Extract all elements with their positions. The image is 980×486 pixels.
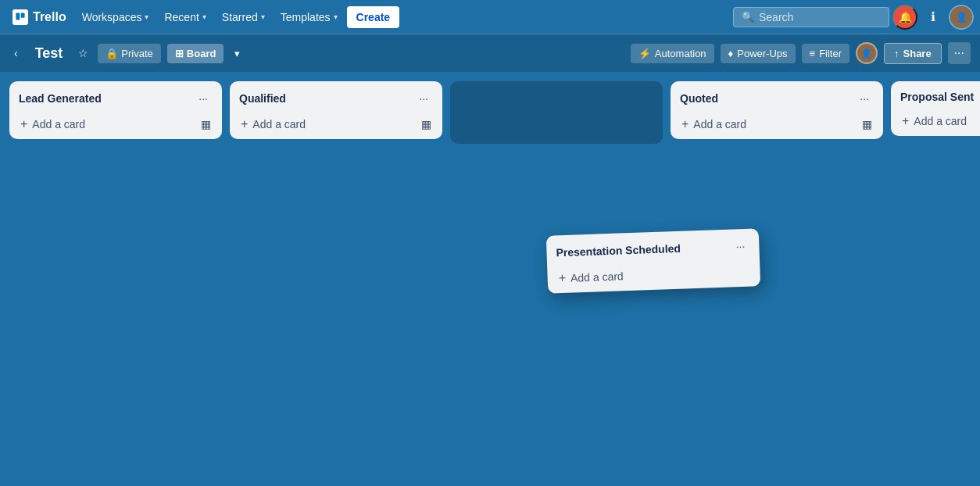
template-icon: ▦ — [201, 118, 211, 130]
board-view-button[interactable]: ⊞ Board — [167, 44, 224, 63]
search-label: Search — [759, 11, 793, 23]
add-card-button[interactable]: + Add a card — [16, 113, 196, 136]
floating-list-presentation-scheduled: Presentation Scheduled ··· + Add a card — [546, 228, 760, 293]
chevron-down-icon: ▾ — [202, 13, 206, 21]
list-title: Qualified — [239, 92, 414, 105]
trello-wordmark: Trello — [33, 10, 66, 24]
list-header: Proposal Sent — [897, 88, 980, 109]
list-header: Quoted ··· — [677, 88, 877, 113]
chevron-down-icon: ▾ — [261, 13, 265, 21]
board-member-avatar[interactable]: 👤 — [856, 42, 878, 64]
list-title: Proposal Sent — [900, 91, 980, 103]
template-icon: ▦ — [421, 118, 431, 130]
create-card-template-button[interactable]: ▦ — [857, 113, 877, 135]
bell-icon: 🔔 — [899, 11, 912, 23]
board-header: ‹ Test ☆ 🔒 Private ⊞ Board ▾ ⚡ Automatio… — [0, 34, 980, 72]
more-options-button[interactable]: ··· — [948, 42, 971, 64]
star-button[interactable]: ☆ — [75, 44, 91, 63]
list-menu-button[interactable]: ··· — [414, 91, 433, 106]
create-card-template-button[interactable]: ▦ — [417, 113, 436, 135]
notifications-button[interactable]: 🔔 — [892, 5, 917, 30]
list-title: Lead Generated — [19, 92, 194, 105]
add-card-button[interactable]: + Add a card — [677, 113, 857, 136]
power-ups-label: Power-Ups — [737, 48, 787, 59]
user-avatar[interactable]: 👤 — [949, 5, 974, 30]
plus-icon: + — [241, 117, 248, 131]
list-title: Quoted — [680, 92, 855, 105]
filter-icon: ≡ — [810, 48, 816, 59]
visibility-button[interactable]: 🔒 Private — [98, 44, 160, 63]
lightning-icon: ⚡ — [638, 48, 651, 59]
chevron-down-icon: ▾ — [234, 48, 240, 59]
list-menu-button[interactable]: ··· — [855, 91, 874, 106]
add-card-button[interactable]: + Add a card — [897, 109, 980, 133]
board-view-icon: ⊞ — [175, 48, 184, 59]
add-card-button[interactable]: + Add a card — [236, 113, 417, 136]
plus-icon: + — [902, 114, 909, 128]
add-card-label: Add a card — [32, 118, 85, 130]
add-card-label: Add a card — [914, 115, 967, 127]
list-lead-generated: Lead Generated ··· + Add a card ▦ — [9, 81, 222, 139]
more-icon: ··· — [954, 46, 964, 59]
chevron-down-icon: ▾ — [145, 13, 148, 21]
automation-label: Automation — [655, 48, 706, 59]
create-card-template-button[interactable]: ▦ — [196, 113, 216, 135]
plus-icon: + — [558, 271, 566, 285]
back-icon: ‹ — [14, 47, 18, 59]
list-menu-button[interactable]: ··· — [194, 91, 213, 106]
starred-menu[interactable]: Starred ▾ — [216, 6, 271, 28]
share-label: Share — [903, 48, 932, 59]
info-button[interactable]: ℹ — [921, 5, 946, 30]
list-header: Qualified ··· — [236, 88, 436, 113]
list-title: Presentation Scheduled — [556, 241, 731, 259]
templates-menu[interactable]: Templates ▾ — [274, 6, 344, 28]
list-header: Lead Generated ··· — [16, 88, 216, 113]
svg-rect-1 — [21, 13, 25, 17]
share-button[interactable]: ↑ Share — [884, 43, 942, 64]
board-view-label: Board — [187, 48, 216, 59]
create-button[interactable]: Create — [347, 6, 400, 28]
search-icon: 🔍 — [742, 11, 754, 23]
recent-menu[interactable]: Recent ▾ — [158, 6, 212, 28]
power-ups-button[interactable]: ♦ Power-Ups — [721, 44, 796, 63]
back-button[interactable]: ‹ — [9, 44, 23, 63]
search-box[interactable]: 🔍 Search — [733, 7, 889, 27]
template-icon: ▦ — [862, 118, 872, 130]
add-card-label: Add a card — [252, 118, 306, 130]
board-title[interactable]: Test — [29, 42, 70, 65]
plus-icon: + — [681, 117, 689, 131]
top-nav: Trello Workspaces ▾ Recent ▾ Starred ▾ T… — [0, 0, 980, 34]
svg-rect-0 — [16, 13, 20, 20]
workspaces-menu[interactable]: Workspaces ▾ — [76, 6, 156, 28]
filter-button[interactable]: ≡ Filter — [802, 44, 849, 63]
view-options-button[interactable]: ▾ — [230, 45, 245, 63]
info-icon: ℹ — [931, 9, 935, 24]
chevron-down-icon: ▾ — [334, 13, 338, 21]
filter-label: Filter — [819, 48, 842, 59]
list-qualified: Qualified ··· + Add a card ▦ — [230, 81, 442, 139]
list-quoted: Quoted ··· + Add a card ▦ — [671, 81, 883, 139]
star-icon: ☆ — [78, 47, 88, 59]
list-menu-button[interactable]: ··· — [731, 238, 749, 255]
share-icon: ↑ — [894, 48, 900, 59]
plus-icon: + — [20, 117, 27, 131]
power-ups-icon: ♦ — [728, 48, 734, 59]
trello-logo[interactable]: Trello — [6, 6, 73, 28]
avatar-image: 👤 — [950, 6, 972, 28]
drag-placeholder — [450, 81, 663, 144]
add-card-label: Add a card — [693, 118, 746, 130]
list-proposal-sent: Proposal Sent + Add a card — [891, 81, 980, 136]
board-content: Lead Generated ··· + Add a card ▦ Qualif… — [0, 72, 980, 486]
lock-icon: 🔒 — [106, 48, 118, 59]
visibility-label: Private — [121, 48, 152, 59]
automation-button[interactable]: ⚡ Automation — [631, 44, 714, 63]
add-card-label: Add a card — [570, 270, 624, 284]
trello-icon — [13, 9, 28, 25]
